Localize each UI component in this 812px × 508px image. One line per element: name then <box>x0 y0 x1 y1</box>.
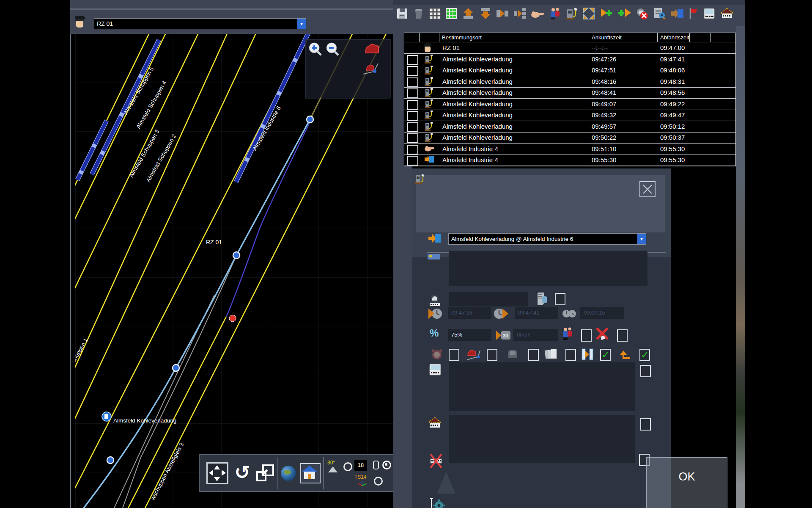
main-toolbar <box>396 7 734 22</box>
table-row[interactable]: RZ 01--:--:--09:47:00 <box>404 42 735 54</box>
row-checkbox[interactable] <box>407 122 418 132</box>
table-row[interactable]: Almsfeld Kohleverladung09:48:1609:48:31 <box>404 76 735 88</box>
loco-field[interactable] <box>449 292 528 306</box>
trash-button[interactable] <box>412 7 425 22</box>
scene-sliver <box>736 26 745 508</box>
cancel-service-checkbox[interactable] <box>617 329 628 342</box>
turn-around-checkbox[interactable]: ✓ <box>639 349 650 361</box>
loco-checkbox[interactable] <box>555 293 565 305</box>
row-departure: 09:50:12 <box>660 123 685 130</box>
turn-around-icon <box>618 347 632 361</box>
expand-button[interactable] <box>582 7 595 22</box>
add-stop-button[interactable] <box>599 7 614 22</box>
save-button[interactable] <box>396 7 409 22</box>
col-departure: Abfahrtszeit <box>660 34 689 41</box>
row-destination: Almsfeld Kohleverladung <box>442 100 513 108</box>
row-checkbox[interactable] <box>407 145 418 155</box>
row-destination: RZ 01 <box>442 44 460 51</box>
globe-button[interactable] <box>281 466 296 481</box>
table-row[interactable]: Almsfeld Industrie 409:51:1009:55:30 <box>404 144 735 155</box>
measure-gear-icon <box>429 498 446 508</box>
remove-loco-button[interactable] <box>635 7 649 22</box>
red-marker-dot[interactable] <box>229 315 236 322</box>
row-checkbox[interactable] <box>407 88 418 98</box>
move-object-button[interactable] <box>255 464 275 483</box>
mouse-icon <box>373 461 379 469</box>
row-destination: Almsfeld Kohleverladung <box>442 134 513 141</box>
grid-green-button[interactable] <box>445 7 458 22</box>
depot-checkbox[interactable] <box>640 418 651 431</box>
platform-panel[interactable] <box>449 362 635 411</box>
table-row[interactable]: Almsfeld Kohleverladung09:47:2609:47:41 <box>404 54 735 65</box>
row-checkbox[interactable] <box>407 77 418 87</box>
departure-time-icon <box>494 307 509 320</box>
add-stop-alt-button[interactable] <box>617 7 632 22</box>
hand-button[interactable] <box>530 7 545 22</box>
row-checkbox[interactable] <box>407 100 418 110</box>
grid-white-button[interactable] <box>428 7 441 22</box>
row-checkbox[interactable] <box>407 55 418 65</box>
pan-button[interactable] <box>206 462 228 484</box>
consist-list-button[interactable] <box>536 291 549 307</box>
alarm-checkbox[interactable] <box>449 349 459 361</box>
table-row[interactable]: Almsfeld Kohleverladung09:47:5109:48:06 <box>404 65 735 76</box>
passengers-checkbox[interactable] <box>581 329 592 342</box>
fuel-pump-button[interactable] <box>565 7 578 22</box>
toolbar-divider <box>277 457 278 489</box>
track-map[interactable]: Almsfeld Schuppen 5 Almsfeld Schuppen 4 … <box>75 34 393 508</box>
platform-button[interactable] <box>702 7 716 22</box>
table-row[interactable]: Almsfeld Kohleverladung09:48:4109:48:56 <box>404 87 735 99</box>
skip-stop-checkbox[interactable]: ✓ <box>600 349 611 361</box>
wagon-icon <box>427 252 441 263</box>
radio-angle[interactable] <box>343 462 352 471</box>
platform-checkbox[interactable] <box>640 365 651 377</box>
percent-field[interactable]: 75% <box>448 329 491 341</box>
insert-after-button[interactable] <box>513 7 527 22</box>
row-checkbox[interactable] <box>407 133 418 143</box>
schedule-settings-button[interactable] <box>653 7 666 22</box>
seat-checkbox[interactable] <box>487 349 497 361</box>
row-departure: 09:48:56 <box>660 89 685 96</box>
chevron-down-icon[interactable]: ▼ <box>297 19 306 29</box>
insert-before-button[interactable] <box>496 7 509 22</box>
radio-mouse-dot <box>385 463 387 466</box>
flag-button[interactable] <box>688 7 699 22</box>
destination-combo[interactable]: Almsfeld Kohleverladung @ Almsfeld Indus… <box>448 233 646 245</box>
passengers-button[interactable] <box>549 7 561 22</box>
radio-coord[interactable] <box>374 477 383 486</box>
row-checkbox[interactable] <box>407 66 418 76</box>
consist-panel[interactable] <box>449 251 647 286</box>
row-arrival: 09:49:32 <box>592 111 616 119</box>
arrival-field[interactable]: 09:47:26 <box>448 307 491 319</box>
rotate-button[interactable]: ↺ <box>232 463 253 484</box>
track-number-box[interactable]: 18 <box>354 460 367 471</box>
table-row[interactable]: Almsfeld Kohleverladung09:49:0709:49:22 <box>404 99 735 110</box>
row-checkbox[interactable] <box>407 111 418 121</box>
row-pump-icon <box>424 121 433 133</box>
speed-field[interactable]: 0mph <box>513 329 558 341</box>
loco-front-icon <box>428 293 441 307</box>
schedule-table-header: Bestimmungsort Ankunftszeit Abfahrtszeit <box>404 33 735 42</box>
right-top-strip <box>393 0 745 5</box>
ok-button[interactable]: OK <box>647 470 727 483</box>
loco-option-checkbox[interactable] <box>528 349 539 361</box>
depot-panel[interactable] <box>449 415 635 463</box>
close-button[interactable] <box>639 181 656 197</box>
alarm-icon <box>431 348 443 361</box>
departure-field[interactable]: 09:47:41 <box>515 307 558 319</box>
chevron-down-icon[interactable]: ▼ <box>637 234 646 244</box>
table-row[interactable]: Almsfeld Kohleverladung09:49:5709:50:12 <box>404 121 735 133</box>
train-selector[interactable]: RZ 01 ▼ <box>94 18 306 29</box>
home-button[interactable] <box>300 463 321 483</box>
papers-checkbox[interactable] <box>565 349 576 361</box>
goto-box-icon <box>428 233 442 244</box>
depot-button[interactable] <box>720 7 734 22</box>
row-checkbox[interactable] <box>407 156 418 166</box>
table-row[interactable]: Almsfeld Kohleverladung09:50:2209:50:37 <box>404 132 735 144</box>
duration-field[interactable]: 00:00:15 <box>580 307 624 319</box>
table-row[interactable]: Almsfeld Kohleverladung09:49:3209:49:47 <box>404 110 735 121</box>
goto-box-button[interactable] <box>670 7 684 22</box>
load-up-button[interactable] <box>461 7 475 22</box>
table-row[interactable]: Almsfeld Industrie 409:55:3009:55:30 <box>404 155 735 166</box>
unload-down-button[interactable] <box>479 7 492 22</box>
